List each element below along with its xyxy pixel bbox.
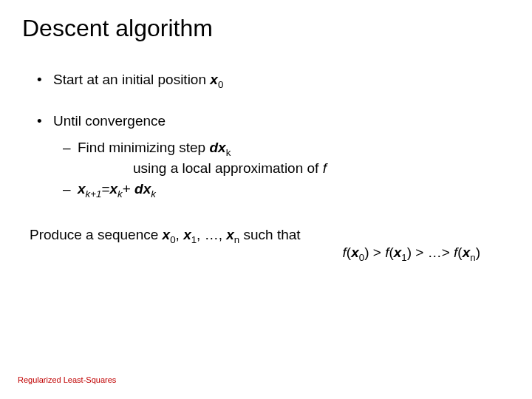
var-xn: x — [226, 227, 234, 242]
var-dx: dx — [209, 140, 225, 155]
such-that: such that — [239, 227, 300, 242]
sub-0: 0 — [170, 234, 175, 245]
bullet-start: Start at an initial position x0 — [37, 72, 510, 88]
sub-k: k — [117, 188, 123, 200]
produce-line1: Produce a sequence x0, x1, …, xn such th… — [30, 227, 510, 243]
produce-line2: f(x0) > f(x1) > …> f(xn) — [22, 245, 480, 261]
sub-k2: k — [151, 188, 156, 200]
sub-n: n — [234, 234, 239, 245]
var-f: f — [323, 160, 327, 176]
sub-k: k — [226, 147, 231, 158]
bullet-update: xk+1=xk+ dxk — [63, 181, 510, 197]
gt: > — [369, 245, 385, 260]
var-xk1: x — [78, 181, 86, 197]
sub-k1: k+1 — [86, 188, 102, 200]
var-dxk: dx — [134, 181, 151, 197]
sub-n: n — [470, 252, 475, 263]
x: x — [463, 245, 471, 260]
sub-using-approx: using a local approximation of f — [133, 160, 510, 177]
footer-text: Regularized Least-Squares — [18, 375, 116, 384]
dots-gt: > …> — [412, 245, 454, 260]
var-xk: x — [110, 181, 118, 197]
comma: , — [176, 227, 184, 242]
x: x — [351, 245, 359, 260]
var-x: x — [210, 72, 218, 87]
text: Produce a sequence — [30, 227, 163, 242]
text: Start at an initial position — [53, 72, 210, 87]
eq: = — [101, 181, 109, 197]
text: using a local approximation of — [133, 160, 323, 176]
var-x1: x — [183, 227, 191, 242]
slide: Descent algorithm Start at an initial po… — [0, 0, 532, 399]
text: Find minimizing step — [78, 140, 209, 155]
rp: ) — [476, 245, 480, 260]
dots: , …, — [197, 227, 226, 242]
sub-0: 0 — [359, 252, 364, 263]
bullet-find-step: Find minimizing step dxk — [63, 140, 510, 156]
page-title: Descent algorithm — [22, 15, 510, 42]
text: Until convergence — [53, 113, 166, 129]
sub-1: 1 — [191, 234, 197, 245]
sub-0: 0 — [218, 79, 223, 90]
sub-1: 1 — [401, 252, 406, 263]
var-x0: x — [163, 227, 171, 242]
bullet-until: Until convergence — [37, 113, 510, 129]
plus: + — [123, 181, 134, 197]
x: x — [394, 245, 402, 260]
